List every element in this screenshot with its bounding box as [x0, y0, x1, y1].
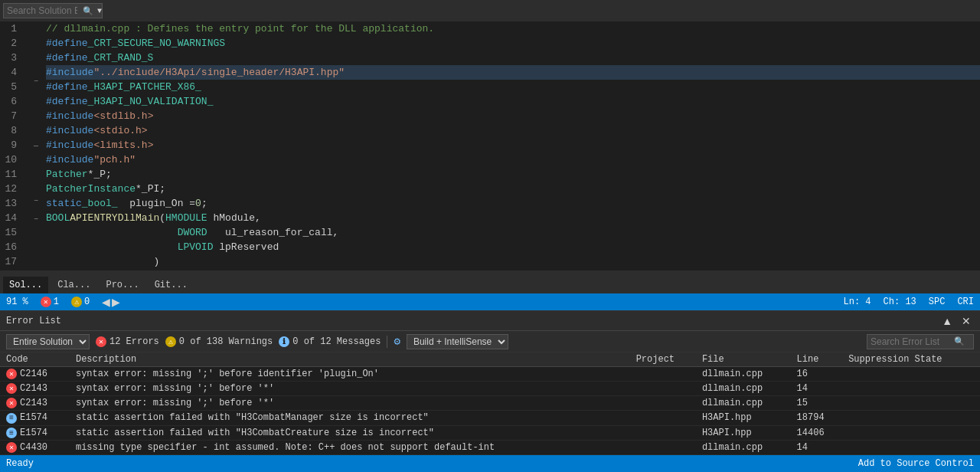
- table-row[interactable]: #define _CRT_SECURE_NO_WARNINGS: [46, 36, 980, 51]
- error-description-cell: static assertion failed with "H3CombatCr…: [70, 425, 630, 441]
- line-number: 9: [3, 138, 23, 152]
- editor-tab-sol[interactable]: Sol...: [3, 277, 48, 293]
- table-row[interactable]: #include <stdlib.h>: [46, 109, 980, 123]
- status-bar-right[interactable]: Add to Source Control: [858, 458, 974, 469]
- error-search-input[interactable]: [867, 336, 952, 347]
- error-toolbar: Entire Solution ✕ 12 Errors ⚠ 0 of 138 W…: [0, 331, 980, 352]
- line-number: 15: [3, 225, 23, 240]
- horizontal-scrollbar[interactable]: [0, 270, 980, 277]
- table-row[interactable]: // dllmain.cpp : Defines the entry point…: [46, 21, 980, 36]
- line-number: 16: [3, 240, 23, 254]
- table-row[interactable]: #define _H3API_PATCHER_X86_: [46, 80, 980, 94]
- search-solution-box[interactable]: Search Solution Explor 🔍 ▼: [3, 3, 103, 18]
- table-row[interactable]: BOOL APIENTRY DllMain( HMODULE hModule,: [46, 211, 980, 225]
- warnings-badge[interactable]: ⚠ 0 of 138 Warnings: [165, 336, 273, 347]
- prev-error-button[interactable]: ◀: [102, 297, 110, 307]
- warning-count-status: 0: [84, 297, 90, 307]
- info-row-icon: ≡: [6, 413, 17, 424]
- error-description-cell: syntax error: missing ';' before '*': [70, 382, 630, 396]
- code-lines[interactable]: // dllmain.cpp : Defines the entry point…: [43, 21, 980, 270]
- table-row[interactable]: static _bool_ plugin_On = 0;: [46, 196, 980, 211]
- chevron-down-icon[interactable]: ▼: [96, 7, 103, 15]
- fold-indicator: [29, 49, 43, 58]
- fold-indicator: [29, 123, 43, 132]
- editor-tab-pro[interactable]: Pro...: [100, 277, 145, 293]
- editor-tab-git[interactable]: Git...: [149, 277, 194, 293]
- col-project[interactable]: Project: [630, 352, 696, 367]
- col-description[interactable]: Description: [70, 352, 630, 367]
- table-row[interactable]: Patcher* _P;: [46, 167, 980, 182]
- col-line[interactable]: Line: [791, 352, 843, 367]
- error-list-body[interactable]: Code Description Project File Line Suppr…: [0, 352, 980, 455]
- table-row[interactable]: #include <limits.h>: [46, 138, 980, 152]
- fold-indicator: [29, 21, 43, 31]
- table-row[interactable]: ≡E1574 static assertion failed with "H3C…: [0, 411, 980, 426]
- search-icon: 🔍: [80, 6, 96, 16]
- error-line-cell: 14: [791, 382, 843, 396]
- nav-arrows[interactable]: ◀ ▶: [102, 297, 120, 307]
- col-suppression[interactable]: Suppression State: [842, 352, 980, 367]
- table-row[interactable]: #include <stdio.h>: [46, 123, 980, 138]
- error-search-box[interactable]: 🔍: [867, 334, 974, 349]
- table-row[interactable]: #define _H3API_NO_VALIDATION_: [46, 94, 980, 109]
- editor-tab-bar: Sol...Cla...Pro...Git...: [0, 277, 980, 293]
- line-number: 3: [3, 51, 23, 65]
- table-row[interactable]: PatcherInstance* _PI;: [46, 182, 980, 196]
- scope-select[interactable]: Entire Solution: [6, 334, 90, 349]
- panel-float-button[interactable]: ▲: [939, 315, 956, 327]
- fold-indicator: [29, 58, 43, 67]
- fold-indicator: [29, 169, 43, 179]
- table-row[interactable]: #include "../include/H3Api/single_header…: [46, 65, 980, 80]
- messages-badge[interactable]: ℹ 0 of 12 Messages: [279, 336, 381, 347]
- fold-indicator[interactable]: −: [29, 215, 43, 225]
- ready-status: Ready: [6, 458, 34, 469]
- table-row[interactable]: {: [46, 269, 980, 270]
- table-row[interactable]: #include "pch.h": [46, 152, 980, 167]
- build-select[interactable]: Build + IntelliSense: [407, 334, 508, 349]
- fold-indicator: [29, 159, 43, 169]
- error-table: Code Description Project File Line Suppr…: [0, 352, 980, 455]
- error-code-cell: ≡E1574: [0, 425, 70, 441]
- next-error-button[interactable]: ▶: [112, 297, 120, 307]
- fold-indicator[interactable]: —: [29, 141, 43, 150]
- error-circle-icon: ✕: [41, 297, 51, 307]
- table-row[interactable]: ≡E1574 static assertion failed with "H3C…: [0, 425, 980, 441]
- error-file-cell: dllmain.cpp: [696, 382, 791, 396]
- table-row[interactable]: ✕C2146 syntax error: missing ';' before …: [0, 367, 980, 382]
- errors-badge[interactable]: ✕ 12 Errors: [96, 336, 159, 347]
- panel-close-button[interactable]: ✕: [959, 315, 974, 327]
- table-row[interactable]: ): [46, 254, 980, 269]
- table-row[interactable]: ✕C2143 syntax error: missing ';' before …: [0, 382, 980, 396]
- errors-count-label: 12 Errors: [109, 336, 159, 347]
- col-file[interactable]: File: [696, 352, 791, 367]
- error-suppression-cell: [842, 382, 980, 396]
- fold-indicator: [29, 179, 43, 188]
- error-line-cell: 14: [791, 441, 843, 455]
- panel-controls[interactable]: ▲ ✕: [939, 315, 974, 327]
- code-container: 1234567891011121314151617181920212223242…: [0, 21, 980, 270]
- table-row[interactable]: LPVOID lpReserved: [46, 240, 980, 254]
- error-suppression-cell: [842, 396, 980, 411]
- main-content: 1234567891011121314151617181920212223242…: [0, 21, 980, 310]
- table-row[interactable]: ✕C4430 missing type specifier - int assu…: [0, 441, 980, 455]
- error-badge-icon: ✕: [96, 336, 106, 347]
- add-to-source-control[interactable]: Add to Source Control: [858, 458, 974, 469]
- editor-tab-cla[interactable]: Cla...: [51, 277, 96, 293]
- error-file-cell: H3API.hpp: [696, 411, 791, 426]
- error-code-cell: ✕C2146: [0, 367, 70, 382]
- error-project-cell: [630, 441, 696, 455]
- line-number: 2: [3, 36, 23, 51]
- fold-indicator[interactable]: −: [29, 77, 43, 86]
- col-indicator: Ch: 13: [884, 297, 916, 307]
- table-row[interactable]: DWORD ul_reason_for_call,: [46, 225, 980, 240]
- top-bar: Search Solution Explor 🔍 ▼: [0, 0, 980, 21]
- error-line-cell: 18794: [791, 411, 843, 426]
- warnings-count-label: 0 of 138 Warnings: [179, 336, 273, 347]
- col-code[interactable]: Code: [0, 352, 70, 367]
- fold-indicator[interactable]: −: [29, 197, 43, 206]
- spc-indicator: SPC: [929, 297, 946, 307]
- line-numbers: 1234567891011121314151617181920212223242…: [0, 21, 29, 270]
- search-input[interactable]: Search Solution Explor: [4, 5, 80, 16]
- table-row[interactable]: ✕C2143 syntax error: missing ';' before …: [0, 396, 980, 411]
- table-row[interactable]: #define _CRT_RAND_S: [46, 51, 980, 65]
